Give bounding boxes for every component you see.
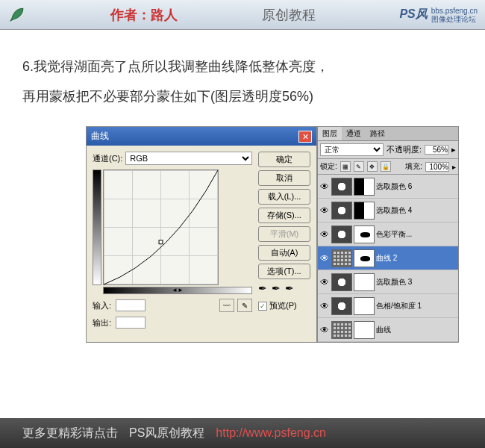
gray-dropper-icon[interactable]: ✒ <box>272 282 281 294</box>
smooth-button: 平滑(M) <box>258 226 310 242</box>
curves-title-text: 曲线 <box>91 130 109 143</box>
layers-list: 👁选取颜色 6 👁选取颜色 4 👁色彩平衡... 👁曲线 2 👁选取颜色 3 👁… <box>318 175 458 342</box>
lock-label: 锁定: <box>320 161 337 172</box>
layers-panel: 图层 通道 路径 正常 不透明度: ▸ 锁定: ▦ ✎ ✥ 🔒 填充: <box>317 126 459 343</box>
black-dropper-icon[interactable]: ✒ <box>258 282 267 294</box>
adj-thumb <box>331 225 352 243</box>
auto-button[interactable]: 自动(A) <box>258 245 310 261</box>
output-label: 输出: <box>93 317 111 329</box>
fill-input[interactable] <box>425 162 449 172</box>
lock-transparency-icon[interactable]: ▦ <box>340 161 351 172</box>
input-label: 输入: <box>93 300 111 311</box>
horizontal-gradient: ◄► <box>103 287 252 294</box>
close-icon[interactable]: ✕ <box>298 131 312 143</box>
white-dropper-icon[interactable]: ✒ <box>285 282 294 294</box>
cancel-button[interactable]: 取消 <box>258 170 310 186</box>
mask-thumb <box>354 249 375 267</box>
layer-row[interactable]: 👁选取颜色 3 <box>318 270 458 294</box>
page-footer: 更多更精彩请点击 PS风原创教程 http://www.psfeng.cn <box>0 418 485 448</box>
curves-titlebar[interactable]: 曲线 ✕ <box>87 127 316 146</box>
screenshot-area: 曲线 ✕ 通道(C): RGB <box>86 126 463 343</box>
mask-thumb <box>354 225 375 243</box>
visibility-icon[interactable]: 👁 <box>319 277 330 287</box>
ok-button[interactable]: 确定 <box>258 152 310 167</box>
mask-thumb <box>354 178 375 196</box>
vertical-gradient <box>93 169 101 285</box>
layer-row[interactable]: 👁曲线 <box>318 318 458 342</box>
visibility-icon[interactable]: 👁 <box>319 229 330 240</box>
logo-text: PS风 <box>399 7 427 22</box>
options-button[interactable]: 选项(T)... <box>258 264 310 279</box>
curve-tool-icon[interactable]: 〰 <box>219 299 234 312</box>
instruction-line1: 6.我觉得湖面亮了点所以我调整曲线降低整体亮度， <box>22 52 463 82</box>
logo-url: bbs.psfeng.cn <box>431 7 478 15</box>
layer-row[interactable]: 👁色彩平衡... <box>318 223 458 246</box>
load-button[interactable]: 载入(L)... <box>258 189 310 205</box>
footer-text1: 更多更精彩请点击 <box>22 426 118 441</box>
lock-position-icon[interactable]: ✥ <box>367 161 378 172</box>
tab-paths[interactable]: 路径 <box>366 127 389 140</box>
adj-thumb <box>331 297 352 315</box>
tutorial-label: 原创教程 <box>262 6 316 24</box>
save-button[interactable]: 存储(S)... <box>258 208 310 223</box>
pencil-tool-icon[interactable]: ✎ <box>237 299 252 312</box>
eyedroppers: ✒ ✒ ✒ <box>258 282 310 294</box>
opacity-arrow-icon[interactable]: ▸ <box>451 145 456 155</box>
instruction-text: 6.我觉得湖面亮了点所以我调整曲线降低整体亮度， 再用蒙板把不必要部分蒙住如下(… <box>22 52 463 111</box>
page-header: 作者：路人 原创教程 PS风 bbs.psfeng.cn 图像处理论坛 <box>0 0 485 30</box>
curve-grid[interactable] <box>103 169 219 285</box>
layer-row-selected[interactable]: 👁曲线 2 <box>318 246 458 270</box>
mask-thumb <box>354 202 375 220</box>
adj-thumb <box>331 178 352 196</box>
mask-thumb <box>354 273 375 291</box>
channel-select[interactable]: RGB <box>125 152 252 165</box>
layer-row[interactable]: 👁选取颜色 4 <box>318 199 458 223</box>
lock-all-icon[interactable]: 🔒 <box>381 161 391 172</box>
visibility-icon[interactable]: 👁 <box>319 253 330 264</box>
visibility-icon[interactable]: 👁 <box>319 181 330 192</box>
content-area: 6.我觉得湖面亮了点所以我调整曲线降低整体亮度， 再用蒙板把不必要部分蒙住如下(… <box>0 30 485 350</box>
adj-thumb <box>331 202 352 220</box>
svg-rect-0 <box>159 240 163 244</box>
lock-pixels-icon[interactable]: ✎ <box>354 161 364 172</box>
output-field[interactable] <box>116 317 146 329</box>
adj-thumb <box>331 273 352 291</box>
input-field[interactable] <box>116 299 146 311</box>
footer-link[interactable]: http://www.psfeng.cn <box>216 426 326 440</box>
opacity-label: 不透明度: <box>387 144 422 155</box>
curves-thumb <box>331 249 352 267</box>
fill-label: 填充: <box>405 161 422 172</box>
tab-channels[interactable]: 通道 <box>342 127 366 140</box>
preview-checkbox[interactable]: ✓ <box>258 302 267 311</box>
instruction-line2: 再用蒙板把不必要部分蒙住如下(图层透明度56%) <box>22 82 463 112</box>
visibility-icon[interactable]: 👁 <box>319 301 330 311</box>
mask-thumb <box>354 321 375 339</box>
channel-label: 通道(C): <box>93 153 122 164</box>
layer-row[interactable]: 👁色相/饱和度 1 <box>318 294 458 318</box>
preview-label: 预览(P) <box>269 300 297 311</box>
mask-thumb <box>354 297 375 315</box>
visibility-icon[interactable]: 👁 <box>319 325 330 335</box>
blend-mode-select[interactable]: 正常 <box>320 143 384 156</box>
curves-thumb <box>331 321 352 339</box>
logo: PS风 bbs.psfeng.cn 图像处理论坛 <box>399 7 478 23</box>
tab-layers[interactable]: 图层 <box>318 127 342 140</box>
opacity-input[interactable] <box>425 145 448 155</box>
feather-icon <box>7 5 26 24</box>
visibility-icon[interactable]: 👁 <box>319 205 330 216</box>
fill-arrow-icon[interactable]: ▸ <box>452 163 456 171</box>
author-label: 作者：路人 <box>110 6 178 24</box>
layer-row[interactable]: 👁选取颜色 6 <box>318 175 458 199</box>
logo-subtitle: 图像处理论坛 <box>431 15 478 23</box>
footer-text2: PS风原创教程 <box>129 426 204 441</box>
curves-dialog: 曲线 ✕ 通道(C): RGB <box>86 126 317 343</box>
panel-tabs: 图层 通道 路径 <box>318 127 458 141</box>
